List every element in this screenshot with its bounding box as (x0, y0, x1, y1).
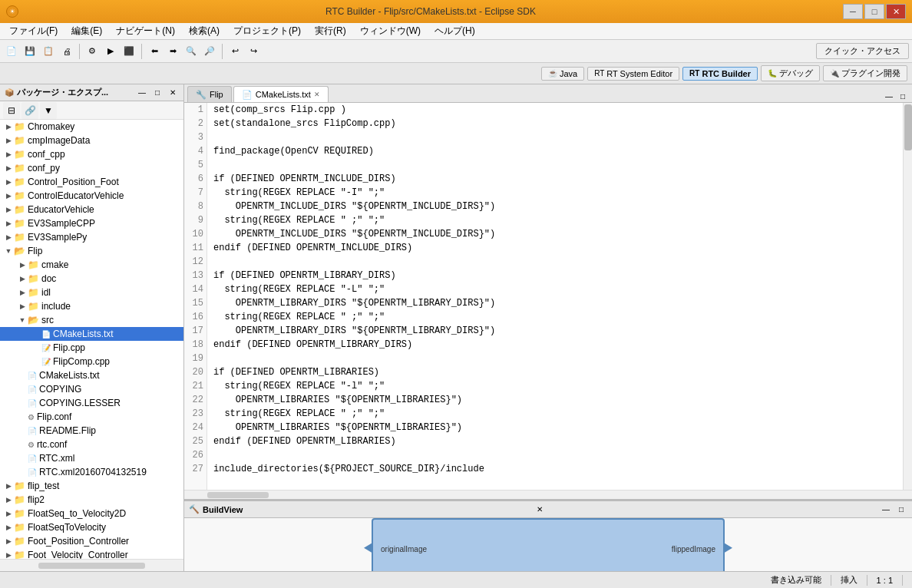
perspective-plugin[interactable]: 🔌 プラグイン開発 (823, 65, 907, 81)
explorer-maximize-button[interactable]: □ (151, 87, 164, 99)
new-button[interactable]: 📄 (3, 43, 20, 60)
toolbar-btn-9[interactable]: ↩ (226, 43, 243, 60)
tree-item-foot-velocity[interactable]: ▶ 📁 Foot_Velocity_Controller (0, 548, 183, 559)
toolbar-btn-8[interactable]: 🔎 (201, 43, 218, 60)
tree-item-cmake[interactable]: ▶ 📁 cmake (0, 258, 183, 272)
perspective-rtc-builder[interactable]: RT RTC Builder (682, 67, 758, 81)
scrollbar-thumb[interactable] (904, 104, 912, 150)
menu-file[interactable]: ファイル(F) (3, 23, 64, 39)
tree-item-rtc-xml[interactable]: 📄 RTC.xml (0, 451, 183, 465)
tree-item-flip-conf[interactable]: ⚙ Flip.conf (0, 410, 183, 424)
toolbar-btn-3[interactable]: ▶ (102, 43, 119, 60)
toolbar-btn-6[interactable]: ➡ (164, 43, 181, 60)
close-button[interactable]: ✕ (886, 4, 906, 19)
tree-arrow: ▶ (3, 220, 14, 227)
menu-window[interactable]: ウィンドウ(W) (354, 23, 427, 39)
link-editor-button[interactable]: 🔗 (21, 102, 38, 119)
tree-item-foot-position[interactable]: ▶ 📁 Foot_Position_Controller (0, 534, 183, 548)
h-scrollbar-thumb[interactable] (207, 492, 269, 498)
rtc-port-right (725, 543, 732, 553)
tree-item-chromakey[interactable]: ▶ 📁 Chromakey (0, 120, 183, 134)
save-button[interactable]: 💾 (21, 43, 38, 60)
toolbar-btn-10[interactable]: ↪ (245, 43, 262, 60)
folder-icon: 📁 (14, 481, 25, 491)
tree-label: Control_Position_Foot (28, 177, 119, 187)
h-scrollbar-track[interactable] (207, 492, 912, 498)
collapse-all-button[interactable]: ⊟ (3, 102, 20, 119)
toolbar-btn-4[interactable]: ⬛ (121, 43, 137, 60)
tree-label: idl (41, 287, 51, 298)
tree-item-conf-cpp[interactable]: ▶ 📁 conf_cpp (0, 147, 183, 161)
tab-cmakelists[interactable]: 📄 CMakeLists.txt ✕ (233, 86, 329, 102)
explorer-menu-button[interactable]: ▼ (40, 102, 57, 119)
buildview-close-tab[interactable]: ✕ (534, 504, 546, 516)
tree-item-flip-test[interactable]: ▶ 📁 flip_test (0, 479, 183, 493)
minimize-button[interactable]: ─ (843, 4, 863, 19)
menu-edit[interactable]: 編集(E) (65, 23, 108, 39)
rtc-component[interactable]: originalImage flippedImage Flip (372, 518, 725, 571)
tree-item-control-position-foot[interactable]: ▶ 📁 Control_Position_Foot (0, 175, 183, 189)
tree-item-floatseqtovelocity[interactable]: ▶ 📁 FloatSeqToVelocity (0, 520, 183, 534)
toolbar-btn-7[interactable]: 🔍 (183, 43, 200, 60)
tree-item-copying-lesser[interactable]: 📄 COPYING.LESSER (0, 396, 183, 410)
tree-item-rtc-conf[interactable]: ⚙ rtc.conf (0, 438, 183, 451)
tree-item-conf-py[interactable]: ▶ 📁 conf_py (0, 161, 183, 175)
tree-item-ev3samplepy[interactable]: ▶ 📁 EV3SamplePy (0, 230, 183, 244)
tree-item-rtc-xml-dated[interactable]: 📄 RTC.xml20160704132519 (0, 465, 183, 479)
menu-search[interactable]: 検索(A) (183, 23, 226, 39)
editor-vertical-scrollbar[interactable] (903, 103, 912, 490)
menu-help[interactable]: ヘルプ(H) (428, 23, 481, 39)
tree-item-doc[interactable]: ▶ 📁 doc (0, 272, 183, 286)
tree-item-cmakelists-selected[interactable]: 📄 CMakeLists.txt (0, 327, 183, 341)
tree-label: flip_test (28, 481, 59, 491)
tree-item-floatseq-velocity2d[interactable]: ▶ 📁 FloatSeq_to_Velocity2D (0, 507, 183, 520)
tree-item-flip[interactable]: ▼ 📂 Flip (0, 244, 183, 258)
tree-item-cmpimagedata[interactable]: ▶ 📁 cmpImageData (0, 134, 183, 147)
perspective-java-label: Java (560, 69, 577, 78)
tree-item-copying[interactable]: 📄 COPYING (0, 382, 183, 396)
maximize-button[interactable]: □ (864, 4, 884, 19)
tab-flip[interactable]: 🔧 Flip (187, 86, 232, 102)
menu-run[interactable]: 実行(R) (309, 23, 352, 39)
tree-item-flip-cpp[interactable]: 📝 Flip.cpp (0, 341, 183, 355)
explorer-minimize-button[interactable]: — (136, 87, 148, 99)
xml-icon: 📄 (28, 468, 37, 477)
horizontal-scrollbar-thumb[interactable] (38, 563, 145, 569)
tree-item-flip2[interactable]: ▶ 📁 flip2 (0, 493, 183, 507)
tree-item-readme[interactable]: 📄 README.Flip (0, 424, 183, 438)
code-editor[interactable]: set(comp_srcs Flip.cpp ) set(standalone_… (207, 103, 903, 490)
port-triangle-right-icon (725, 543, 732, 553)
toolbar-btn-5[interactable]: ⬅ (146, 43, 163, 60)
tree-item-flipcomp-cpp[interactable]: 📝 FlipComp.cpp (0, 355, 183, 368)
tree-item-src[interactable]: ▼ 📂 src (0, 313, 183, 327)
perspective-rt-system-editor[interactable]: RT RT System Editor (587, 67, 679, 81)
save-all-button[interactable]: 📋 (40, 43, 57, 60)
quick-access-button[interactable]: クイック・アクセス (816, 43, 909, 59)
toolbar-btn-2[interactable]: ⚙ (84, 43, 101, 60)
editor-horizontal-scrollbar[interactable] (184, 490, 912, 499)
title-left: ☀ (6, 5, 18, 18)
tree-item-educatorvehicle[interactable]: ▶ 📁 EducatorVehicle (0, 203, 183, 216)
tab-close-button[interactable]: ✕ (314, 91, 320, 98)
editor-maximize-button[interactable]: □ (897, 90, 909, 102)
tree-label: CMakeLists.txt (39, 370, 100, 381)
buildview-maximize-button[interactable]: □ (895, 504, 907, 516)
tree-item-idl[interactable]: ▶ 📁 idl (0, 286, 183, 299)
menu-navigate[interactable]: ナビゲート(N) (110, 23, 181, 39)
menu-project[interactable]: プロジェクト(P) (227, 23, 307, 39)
tree-arrow: ▶ (17, 289, 28, 296)
editor-minimize-button[interactable]: — (883, 90, 895, 102)
explorer-close-button[interactable]: ✕ (167, 87, 179, 99)
tree-item-ev3samplecpp[interactable]: ▶ 📁 EV3SampleCPP (0, 216, 183, 230)
package-explorer: 📦 パッケージ・エクスプ... — □ ✕ ⊟ 🔗 ▼ ▶ 📁 Chromake… (0, 84, 184, 571)
print-button[interactable]: 🖨 (58, 43, 75, 60)
explorer-scroll-area: ▶ 📁 Chromakey ▶ 📁 cmpImageData ▶ 📁 conf_… (0, 120, 183, 559)
buildview-minimize-button[interactable]: — (880, 504, 892, 516)
perspective-java[interactable]: ☕ Java (541, 67, 584, 81)
tree-item-cmakelists-root[interactable]: 📄 CMakeLists.txt (0, 368, 183, 382)
tree-label: RTC.xml20160704132519 (39, 467, 147, 477)
tree-item-controleducatorvehicle[interactable]: ▶ 📁 ControlEducatorVehicle (0, 189, 183, 203)
tree-item-include[interactable]: ▶ 📁 include (0, 299, 183, 313)
perspective-debug[interactable]: 🐛 デバッグ (761, 65, 820, 81)
explorer-tree[interactable]: ▶ 📁 Chromakey ▶ 📁 cmpImageData ▶ 📁 conf_… (0, 120, 183, 559)
